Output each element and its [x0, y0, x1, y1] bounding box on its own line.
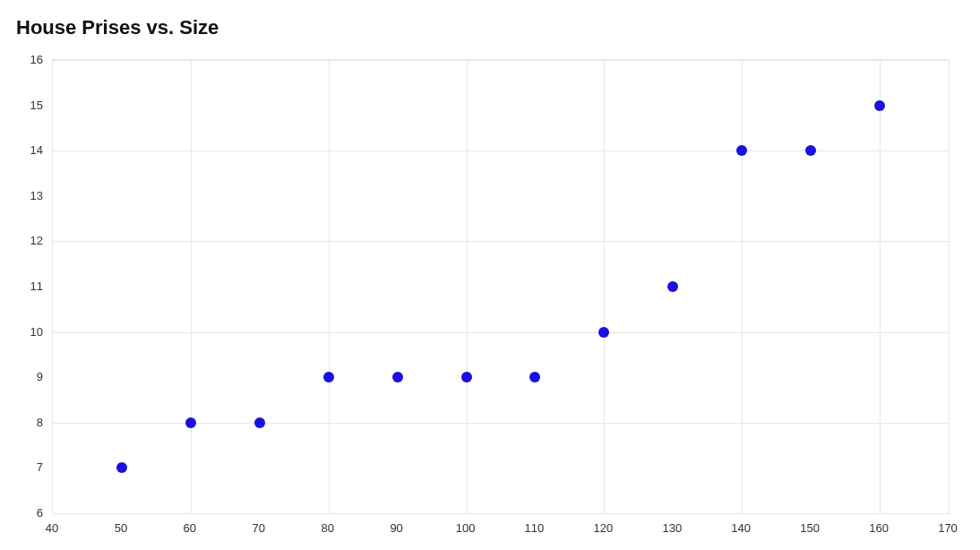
y-tick-label: 9 — [37, 370, 43, 383]
x-tick-label: 130 — [662, 521, 682, 535]
y-tick-label: 16 — [30, 53, 43, 66]
y-tick-label: 14 — [30, 143, 43, 157]
gridline-horizontal — [53, 332, 949, 333]
data-point[interactable] — [874, 100, 885, 111]
gridline-vertical — [742, 60, 743, 513]
data-point[interactable] — [598, 327, 609, 338]
y-tick-label: 11 — [30, 279, 43, 293]
gridline-horizontal — [53, 513, 949, 514]
gridline-vertical — [604, 60, 605, 513]
y-tick-label: 7 — [37, 460, 43, 474]
x-tick-label: 60 — [184, 521, 196, 535]
data-point[interactable] — [185, 417, 196, 428]
x-tick-label: 100 — [456, 521, 476, 535]
gridline-vertical — [191, 60, 192, 513]
x-tick-label: 170 — [938, 521, 958, 535]
x-tick-label: 80 — [321, 521, 333, 535]
data-point[interactable] — [667, 281, 678, 292]
gridline-horizontal — [53, 241, 949, 242]
x-tick-label: 90 — [390, 521, 402, 535]
chart-container: House Prises vs. Size 405060708090100110… — [0, 0, 980, 550]
x-tick-label: 120 — [594, 521, 614, 535]
y-tick-label: 6 — [37, 506, 43, 520]
x-tick-label: 140 — [731, 521, 751, 535]
data-point[interactable] — [116, 462, 127, 473]
data-point[interactable] — [529, 372, 540, 382]
plot-area[interactable] — [52, 59, 950, 514]
y-tick-label: 10 — [30, 324, 43, 338]
x-tick-label: 40 — [46, 521, 58, 535]
x-tick-label: 50 — [115, 521, 127, 535]
gridline-vertical — [467, 60, 468, 513]
data-point[interactable] — [461, 372, 472, 382]
gridline-vertical — [880, 60, 881, 513]
gridline-vertical — [329, 60, 330, 513]
chart-title: House Prises vs. Size — [16, 16, 219, 39]
data-point[interactable] — [254, 417, 265, 428]
y-tick-label: 12 — [30, 234, 43, 247]
x-tick-label: 150 — [800, 521, 820, 535]
y-tick-label: 13 — [30, 188, 43, 202]
data-point[interactable] — [323, 372, 334, 382]
gridline-horizontal — [53, 60, 949, 61]
data-point[interactable] — [392, 372, 403, 382]
x-tick-label: 70 — [253, 521, 265, 535]
x-tick-label: 160 — [869, 521, 889, 535]
data-point[interactable] — [805, 145, 816, 156]
y-tick-label: 8 — [37, 415, 43, 428]
y-tick-label: 15 — [30, 98, 43, 111]
x-tick-label: 110 — [525, 521, 545, 535]
data-point[interactable] — [736, 145, 747, 156]
